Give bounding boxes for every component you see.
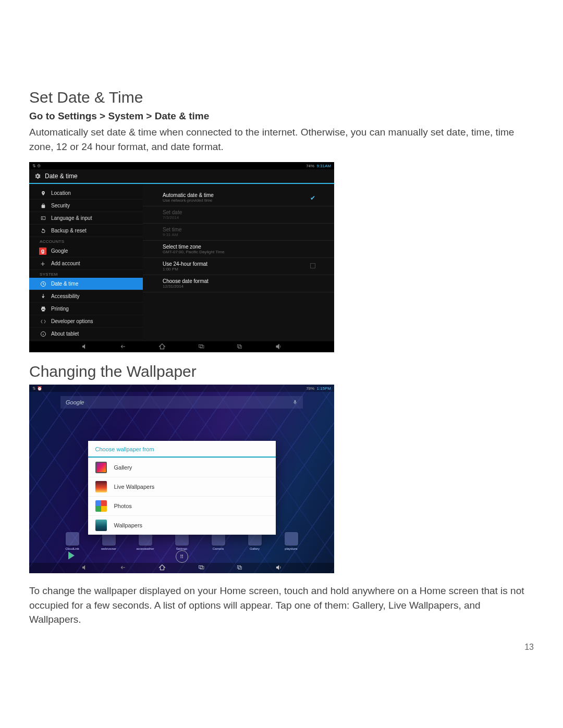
svg-rect-7 bbox=[200, 566, 204, 569]
sidebar-item-label: Accessibility bbox=[51, 293, 79, 299]
row-title: Automatic date & time bbox=[163, 192, 327, 198]
svg-rect-9 bbox=[238, 567, 241, 570]
sidebar-item-date-time[interactable]: Date & time bbox=[29, 278, 143, 290]
sidebar-item-label: Add account bbox=[51, 261, 80, 266]
section2-heading: Changing the Wallpaper bbox=[29, 363, 534, 380]
checkbox-icon[interactable] bbox=[310, 263, 315, 268]
app-playstore[interactable]: playstore bbox=[279, 532, 304, 550]
row-title: Set time bbox=[163, 227, 327, 232]
section2-body: To change the wallpaper displayed on you… bbox=[29, 584, 534, 627]
dialog-row-photos[interactable]: Photos bbox=[88, 496, 276, 515]
app-camera[interactable]: Camera bbox=[206, 532, 231, 550]
settings-header: Date & time bbox=[29, 169, 334, 184]
svg-rect-5 bbox=[238, 346, 241, 349]
sidebar-item-developer[interactable]: Developer options bbox=[29, 315, 143, 328]
row-title: Use 24-hour format bbox=[163, 261, 327, 267]
dialog-row-label: Live Wallpapers bbox=[114, 484, 155, 490]
sidebar-item-add-account[interactable]: + Add account bbox=[29, 257, 143, 270]
status-bar: ⇅ ⚙ 74% 9:31AM bbox=[29, 162, 334, 169]
row-24h[interactable]: Use 24-hour format 1:00 PM bbox=[143, 258, 334, 275]
row-set-time: Set time 9:31 AM bbox=[143, 224, 334, 241]
reset-icon bbox=[40, 227, 47, 235]
wallpaper-dialog: Choose wallpaper from Gallery Live Wallp… bbox=[88, 441, 276, 535]
row-date-format[interactable]: Choose date format 12/31/2014 bbox=[143, 275, 334, 292]
dock: ⠿ bbox=[29, 550, 334, 563]
developer-icon bbox=[40, 318, 47, 325]
app-icon bbox=[66, 532, 79, 546]
settings-title: Date & time bbox=[45, 172, 78, 180]
row-time-zone[interactable]: Select time zone GMT-07:00, Pacific Dayl… bbox=[143, 241, 334, 258]
check-icon[interactable]: ✔ bbox=[310, 194, 315, 202]
info-icon bbox=[40, 330, 47, 338]
dialog-row-gallery[interactable]: Gallery bbox=[88, 458, 276, 477]
sidebar-item-google[interactable]: g Google bbox=[29, 245, 143, 257]
sidebar-item-label: Developer options bbox=[51, 318, 93, 324]
row-sub: 7/3/2014 bbox=[163, 215, 327, 220]
section1-heading: Set Date & Time bbox=[29, 89, 534, 106]
plus-icon: + bbox=[41, 260, 45, 267]
voldown-icon[interactable] bbox=[81, 343, 88, 351]
sidebar-item-about[interactable]: About tablet bbox=[29, 328, 143, 340]
dialog-row-label: Gallery bbox=[114, 464, 132, 471]
mic-icon[interactable] bbox=[292, 399, 298, 406]
row-title: Select time zone bbox=[163, 244, 327, 250]
sidebar-item-printing[interactable]: Printing bbox=[29, 303, 143, 315]
sidebar-item-label: Printing bbox=[51, 306, 69, 312]
svg-rect-3 bbox=[200, 346, 204, 348]
back-icon[interactable] bbox=[118, 564, 128, 572]
section1-subhead: Go to Settings > System > Date & time bbox=[29, 110, 534, 122]
dialog-row-wallpapers[interactable]: Wallpapers bbox=[88, 515, 276, 535]
recent-icon[interactable] bbox=[236, 343, 244, 351]
live-wallpapers-icon bbox=[95, 481, 107, 492]
row-title: Choose date format bbox=[163, 278, 327, 284]
sidebar-item-accessibility[interactable]: Accessibility bbox=[29, 290, 143, 303]
app-cloudlink[interactable]: CloudLink bbox=[60, 532, 85, 550]
battery-label: 78% bbox=[306, 386, 314, 391]
app-webrowser[interactable]: webrowser bbox=[96, 532, 121, 550]
sidebar-item-location[interactable]: Location bbox=[29, 187, 143, 200]
row-sub: 1:00 PM bbox=[163, 267, 327, 272]
settings-sidebar: Location Security Language & input Backu… bbox=[29, 184, 143, 341]
home-icon[interactable] bbox=[158, 343, 166, 351]
sidebar-item-language[interactable]: Language & input bbox=[29, 212, 143, 225]
lock-icon bbox=[40, 202, 47, 209]
recent-icon[interactable] bbox=[236, 564, 244, 572]
row-sub: GMT-07:00, Pacific Daylight Time bbox=[163, 250, 327, 254]
clock-icon bbox=[40, 280, 47, 288]
sidebar-item-label: Backup & reset bbox=[51, 228, 87, 233]
page-number: 13 bbox=[29, 643, 534, 652]
row-auto-date[interactable]: Automatic date & time Use network-provid… bbox=[143, 189, 334, 206]
all-apps-button[interactable]: ⠿ bbox=[176, 550, 188, 563]
volup-icon[interactable] bbox=[274, 564, 283, 572]
app-gallery[interactable]: Gallery bbox=[242, 532, 267, 550]
row-title: Set date bbox=[163, 209, 327, 215]
row-sub: 9:31 AM bbox=[163, 232, 327, 237]
photos-icon bbox=[95, 500, 107, 512]
dialog-row-live[interactable]: Live Wallpapers bbox=[88, 477, 276, 496]
language-icon bbox=[40, 215, 47, 222]
volup-icon[interactable] bbox=[274, 343, 283, 351]
svg-rect-4 bbox=[237, 345, 240, 348]
screenshot-date-time: ⇅ ⚙ 74% 9:31AM Date & time Location Secu… bbox=[29, 162, 334, 352]
search-bar[interactable]: Google bbox=[60, 396, 303, 409]
sidebar-item-security[interactable]: Security bbox=[29, 200, 143, 212]
home-icon[interactable] bbox=[158, 564, 166, 572]
hand-icon bbox=[40, 293, 47, 300]
svg-rect-2 bbox=[199, 345, 202, 348]
sidebar-system-header: SYSTEM bbox=[29, 270, 143, 278]
app-settings[interactable]: Settings bbox=[169, 532, 194, 550]
section1-body: Automatically set date & time when conne… bbox=[29, 125, 534, 154]
row-sub: 12/31/2014 bbox=[163, 284, 327, 289]
cast-icon[interactable] bbox=[197, 343, 205, 351]
back-icon[interactable] bbox=[118, 343, 128, 351]
google-icon: g bbox=[39, 248, 46, 255]
app-row: CloudLink webrowser acceweather Settings… bbox=[29, 532, 334, 550]
cast-icon[interactable] bbox=[197, 564, 205, 572]
sidebar-item-backup[interactable]: Backup & reset bbox=[29, 225, 143, 237]
voldown-icon[interactable] bbox=[81, 564, 88, 572]
app-acceweather[interactable]: acceweather bbox=[133, 532, 158, 550]
status-bar: ⇅ ⏰ 78% 1:15PM bbox=[29, 385, 334, 392]
search-placeholder: Google bbox=[66, 399, 84, 405]
app-icon bbox=[285, 532, 298, 546]
row-sub: Use network-provided time bbox=[163, 198, 327, 203]
